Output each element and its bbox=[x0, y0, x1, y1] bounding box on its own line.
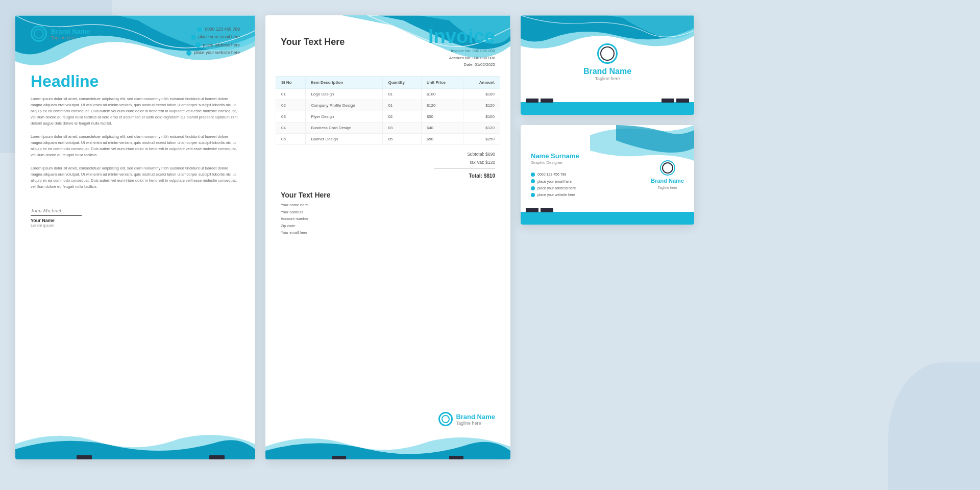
card-front-brand: Brand Name Tagline here bbox=[521, 43, 694, 81]
row-qty: 02 bbox=[383, 111, 421, 122]
contact-address: place address here bbox=[186, 41, 240, 49]
card-front-tagline: Tagline here bbox=[521, 76, 694, 81]
business-card-front: Brand Name Tagline here bbox=[521, 15, 694, 115]
row-unit: $100 bbox=[421, 88, 463, 100]
dark-accent-4 bbox=[676, 99, 689, 103]
dark-accent-3 bbox=[662, 99, 674, 103]
email-icon bbox=[191, 35, 196, 40]
row-si: 05 bbox=[276, 133, 306, 144]
signature-line bbox=[31, 215, 82, 216]
table-header-row: Si No Item Description Quantity Unit Pri… bbox=[276, 76, 500, 88]
row-si: 04 bbox=[276, 122, 306, 133]
table-row: 01 Logo Design 01 $100 $100 bbox=[276, 88, 500, 100]
invoice-brand-name: Brand Name bbox=[456, 413, 495, 421]
row-amount: $250 bbox=[463, 133, 500, 144]
back-address: place your address here bbox=[531, 185, 651, 191]
dark-accent-2 bbox=[541, 99, 553, 103]
row-desc: Logo Design bbox=[306, 88, 383, 100]
card-front-accents-right bbox=[662, 99, 689, 103]
row-si: 01 bbox=[276, 88, 306, 100]
invoice-wave-bottom bbox=[265, 431, 510, 459]
row-amount: $120 bbox=[463, 122, 500, 133]
table-row: 02 Company Profile Design 01 $120 $120 bbox=[276, 100, 500, 111]
card-back-brand: Brand Name Tagline here bbox=[651, 160, 684, 189]
invoice-document: Your Text Here Invoice Invoice No: 000 0… bbox=[265, 15, 510, 459]
letterhead-para-1: Lorem ipsum dolor sit amet, consectetuer… bbox=[31, 96, 240, 127]
footer-line: Account number bbox=[281, 215, 495, 223]
row-si: 02 bbox=[276, 100, 306, 111]
invoice-brand-logo bbox=[438, 412, 453, 426]
back-email: place your email here bbox=[531, 178, 651, 185]
invoice-footer-details: Your name hereYour addressAccount number… bbox=[265, 202, 510, 236]
row-qty: 05 bbox=[383, 133, 421, 144]
svg-rect-3 bbox=[449, 456, 463, 459]
row-qty: 01 bbox=[383, 100, 421, 111]
signer-name: Your Name bbox=[31, 218, 240, 223]
footer-line: Your name here bbox=[281, 202, 495, 209]
invoice-header: Your Text Here Invoice bbox=[265, 15, 510, 47]
row-qty: 01 bbox=[383, 88, 421, 100]
invoice-footer-brand: Brand Name Tagline here bbox=[438, 412, 495, 426]
letterhead-brand: Brand Name Tagline here bbox=[31, 26, 90, 42]
back-phone-icon bbox=[531, 173, 535, 177]
footer-line: Your address bbox=[281, 209, 495, 216]
invoice-title: Invoice bbox=[428, 26, 495, 47]
row-desc: Banner Design bbox=[306, 133, 383, 144]
total-row: Total: $810 bbox=[281, 171, 495, 181]
summary-divider bbox=[434, 168, 495, 169]
back-address-icon bbox=[531, 186, 535, 190]
dark-accent-1 bbox=[526, 99, 538, 103]
letterhead-body: Lorem ipsum dolor sit amet, consectetuer… bbox=[15, 96, 255, 190]
letterhead-document: Brand Name Tagline here 0000 123 456 789… bbox=[15, 15, 255, 459]
website-icon bbox=[186, 51, 191, 56]
svg-rect-0 bbox=[77, 455, 92, 459]
phone-icon bbox=[197, 27, 202, 32]
invoice-table: Si No Item Description Quantity Unit Pri… bbox=[276, 76, 500, 145]
col-desc: Item Description bbox=[306, 76, 383, 88]
row-unit: $50 bbox=[421, 111, 463, 122]
col-qty: Quantity bbox=[383, 76, 421, 88]
letterhead-para-2: Lorem ipsum dolor sit amet, consectetuer… bbox=[31, 134, 240, 158]
row-desc: Business Card Design bbox=[306, 122, 383, 133]
card-front-brand-name: Brand Name bbox=[521, 67, 694, 76]
invoice-brand-tagline: Tagline here bbox=[456, 421, 495, 426]
card-back-brand-name: Brand Name bbox=[651, 178, 684, 184]
table-row: 04 Business Card Design 03 $40 $120 bbox=[276, 122, 500, 133]
back-website-icon bbox=[531, 193, 535, 197]
card-front-accents bbox=[526, 99, 553, 103]
row-amount: $100 bbox=[463, 88, 500, 100]
back-website: place your website here bbox=[531, 191, 651, 198]
card-front-blue-bar bbox=[521, 102, 694, 115]
table-row: 05 Banner Design 05 $50 $250 bbox=[276, 133, 500, 144]
person-name: Name Surname bbox=[531, 151, 651, 160]
main-container: Brand Name Tagline here 0000 123 456 789… bbox=[15, 15, 965, 475]
letterhead-footer: John Michael Your Name Lorem ipsum bbox=[15, 197, 255, 235]
subtotal-row: Subtotal: $690 bbox=[281, 150, 495, 158]
card-back-accents bbox=[523, 208, 553, 212]
back-dark-accent-1 bbox=[526, 208, 538, 212]
contact-website: place your website here bbox=[186, 49, 240, 57]
signature: John Michael bbox=[31, 207, 240, 213]
tax-row: Tax Vat: $120 bbox=[281, 158, 495, 166]
row-desc: Flyer Design bbox=[306, 111, 383, 122]
card-back-contact: 0000 123 456 789 place your email here p… bbox=[531, 171, 651, 198]
invoice-footer-heading: Your Text Here bbox=[265, 186, 510, 202]
invoice-summary: Subtotal: $690 Tax Vat: $120 Total: $810 bbox=[265, 145, 510, 186]
card-back-tagline: Tagline here bbox=[658, 186, 677, 189]
back-email-icon bbox=[531, 179, 535, 183]
card-back-left: Name Surname Graphic Designer 0000 123 4… bbox=[531, 151, 651, 198]
row-unit: $50 bbox=[421, 133, 463, 144]
business-card-back: Name Surname Graphic Designer 0000 123 4… bbox=[521, 125, 694, 225]
row-qty: 03 bbox=[383, 122, 421, 133]
col-si: Si No bbox=[276, 76, 306, 88]
back-dark-accent-2 bbox=[541, 208, 553, 212]
contact-email: place your email here bbox=[186, 33, 240, 41]
footer-line: Your email here bbox=[281, 229, 495, 236]
row-amount: $100 bbox=[463, 111, 500, 122]
row-unit: $120 bbox=[421, 100, 463, 111]
letterhead-contact: 0000 123 456 789 place your email here p… bbox=[186, 26, 240, 57]
footer-line: Zip code bbox=[281, 223, 495, 230]
svg-rect-1 bbox=[209, 455, 225, 459]
row-amount: $120 bbox=[463, 100, 500, 111]
brand-tagline: Tagline here bbox=[51, 35, 90, 40]
